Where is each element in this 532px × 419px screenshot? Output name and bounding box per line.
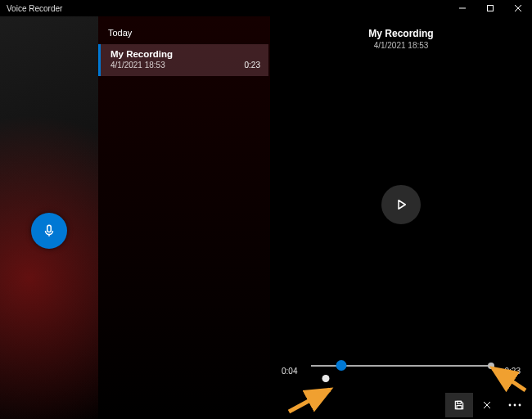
play-icon	[394, 197, 408, 212]
minimize-icon	[458, 4, 467, 12]
more-button[interactable]	[501, 393, 529, 417]
microphone-icon	[42, 223, 56, 238]
track-end-dot	[488, 363, 494, 369]
svg-marker-6	[399, 200, 405, 209]
record-pane	[0, 16, 98, 419]
svg-rect-7	[458, 401, 462, 403]
playback-pane: My Recording 4/1/2021 18:53 0:04 0:23	[270, 16, 532, 419]
svg-point-12	[514, 404, 516, 407]
play-button[interactable]	[381, 185, 421, 224]
recording-date: 4/1/2021 18:53	[110, 61, 173, 70]
recording-duration: 0:23	[245, 61, 260, 70]
maximize-icon	[486, 4, 494, 12]
list-group-header: Today	[98, 28, 270, 44]
playback-date: 4/1/2021 18:53	[270, 41, 532, 50]
recording-title: My Recording	[110, 49, 173, 59]
svg-rect-8	[457, 406, 462, 409]
svg-rect-4	[47, 225, 52, 232]
save-button[interactable]	[445, 393, 473, 417]
bookmark-marker[interactable]	[322, 375, 329, 382]
recording-item[interactable]: My Recording 4/1/2021 18:53 0:23	[98, 44, 268, 76]
playback-header: My Recording 4/1/2021 18:53	[270, 16, 532, 50]
title-bar: Voice Recorder	[0, 0, 532, 16]
seek-track[interactable]	[311, 358, 491, 383]
svg-point-11	[509, 404, 512, 407]
playback-title: My Recording	[270, 28, 532, 39]
svg-rect-1	[488, 6, 494, 11]
playhead[interactable]	[336, 360, 347, 371]
minimize-button[interactable]	[449, 0, 476, 16]
delete-button[interactable]	[473, 393, 501, 417]
playback-toolbar	[270, 393, 532, 419]
delete-icon	[482, 400, 492, 410]
current-time: 0:04	[282, 367, 303, 376]
save-icon	[453, 399, 465, 411]
app-title: Voice Recorder	[7, 4, 62, 13]
close-button[interactable]	[504, 0, 532, 16]
timeline: 0:04 0:23	[270, 358, 532, 393]
maximize-button[interactable]	[476, 0, 504, 16]
svg-point-13	[519, 404, 521, 407]
window-controls	[449, 0, 532, 16]
total-time: 0:23	[499, 367, 521, 376]
recordings-list: Today My Recording 4/1/2021 18:53 0:23	[98, 16, 270, 419]
record-button[interactable]	[31, 213, 67, 249]
close-icon	[514, 4, 522, 12]
more-icon	[508, 403, 521, 407]
